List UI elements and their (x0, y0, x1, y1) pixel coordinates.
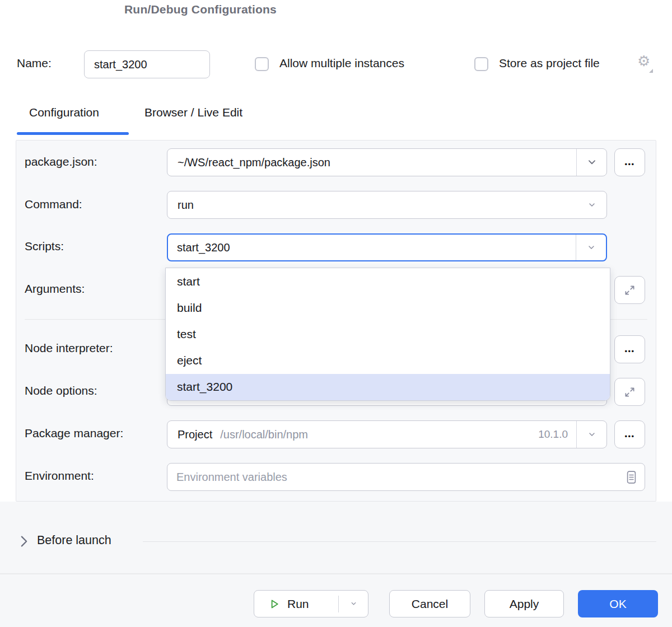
footer-separator (0, 573, 672, 574)
run-options-arrow[interactable] (339, 600, 368, 608)
scripts-dropdown-popup: start build test eject start_3200 (165, 268, 610, 401)
package-manager-combobox[interactable]: Project /usr/local/bin/npm 10.1.0 (167, 420, 607, 448)
environment-field[interactable] (167, 463, 645, 491)
arguments-expand-button[interactable] (614, 276, 645, 304)
apply-button[interactable]: Apply (484, 590, 564, 617)
node-options-expand-button[interactable] (614, 378, 645, 406)
dialog-title: Run/Debug Configurations (124, 3, 277, 16)
package-json-combobox[interactable]: ~/WS/react_npm/package.json (167, 148, 607, 176)
package-manager-value: Project (167, 428, 212, 441)
name-input[interactable] (84, 50, 210, 78)
chevron-down-icon (349, 600, 358, 608)
tab-configuration[interactable]: Configuration (29, 106, 99, 119)
dropdown-item-eject[interactable]: eject (166, 348, 610, 374)
environment-browse-button[interactable] (627, 471, 645, 484)
node-interpreter-browse-button[interactable]: ••• (614, 335, 645, 363)
command-combobox[interactable]: run (167, 191, 607, 219)
cancel-button[interactable]: Cancel (389, 590, 470, 617)
chevron-down-icon (587, 430, 596, 439)
chevron-down-icon (587, 157, 597, 167)
scripts-label: Scripts: (25, 240, 64, 253)
package-json-label: package.json: (25, 155, 97, 169)
package-json-value: ~/WS/react_npm/package.json (167, 156, 576, 169)
package-manager-version: 10.1.0 (538, 428, 576, 441)
store-as-project-label[interactable]: Store as project file (499, 57, 600, 70)
run-split-button[interactable]: Run (254, 590, 368, 617)
gear-dropdown-arrow-icon (649, 69, 653, 73)
command-value: run (167, 199, 577, 212)
ok-button[interactable]: OK (578, 590, 658, 617)
before-launch-divider (143, 541, 656, 542)
ellipsis-icon: ••• (624, 344, 634, 355)
ellipsis-icon: ••• (624, 429, 634, 440)
dropdown-item-start-3200[interactable]: start_3200 (166, 374, 610, 400)
gear-icon[interactable]: ⚙ (637, 54, 650, 68)
expand-icon (624, 387, 635, 397)
tab-browser-live-edit[interactable]: Browser / Live Edit (144, 106, 242, 119)
run-play-icon (269, 598, 280, 610)
active-tab-underline (17, 132, 129, 135)
chevron-down-icon (587, 243, 596, 252)
ellipsis-icon: ••• (624, 157, 634, 168)
node-interpreter-label: Node interpreter: (25, 341, 113, 355)
chevron-right-icon[interactable] (20, 536, 28, 547)
scripts-combobox[interactable] (167, 233, 607, 261)
package-manager-browse-button[interactable]: ••• (614, 420, 645, 448)
scripts-input[interactable] (168, 235, 576, 260)
chevron-down-icon (587, 200, 596, 209)
scripts-dropdown-button[interactable] (576, 235, 606, 260)
package-manager-dropdown-button[interactable] (576, 421, 606, 448)
variables-list-icon (627, 471, 636, 484)
environment-input[interactable] (167, 464, 627, 490)
expand-icon (624, 285, 635, 296)
before-launch-toggle[interactable]: Before launch (37, 534, 111, 548)
command-dropdown-button[interactable] (577, 191, 606, 218)
store-as-project-checkbox[interactable] (474, 57, 488, 71)
allow-multiple-label[interactable]: Allow multiple instances (279, 57, 404, 70)
arguments-label: Arguments: (25, 282, 85, 296)
package-manager-path: /usr/local/bin/npm (212, 428, 308, 441)
node-options-label: Node options: (25, 384, 97, 397)
allow-multiple-checkbox[interactable] (255, 57, 269, 71)
environment-label: Environment: (25, 469, 94, 483)
run-button-label: Run (287, 597, 309, 611)
dropdown-item-start[interactable]: start (166, 268, 610, 294)
package-json-dropdown-button[interactable] (576, 149, 606, 176)
command-label: Command: (25, 198, 82, 211)
package-manager-label: Package manager: (25, 427, 123, 440)
package-json-browse-button[interactable]: ••• (614, 148, 645, 176)
dropdown-item-test[interactable]: test (166, 321, 610, 347)
dropdown-item-build[interactable]: build (166, 294, 610, 321)
name-label: Name: (17, 57, 52, 70)
